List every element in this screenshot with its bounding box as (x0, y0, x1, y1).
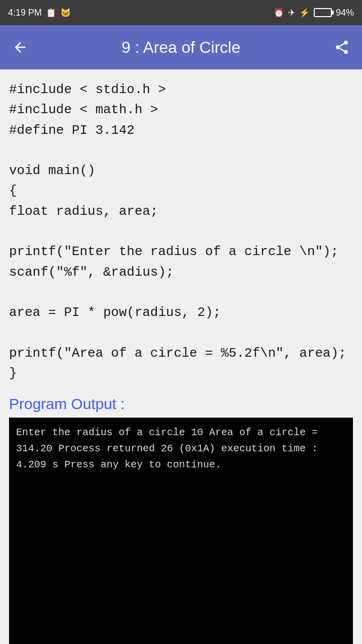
code-block: #include < stdio.h > #include < math.h >… (9, 79, 353, 383)
status-right: ⏰ ✈ ⚡ 94% (274, 8, 354, 18)
back-arrow-icon (12, 39, 28, 55)
status-bar: 4:19 PM 📋 🐱 ⏰ ✈ ⚡ 94% (0, 0, 362, 25)
share-icon (334, 39, 350, 55)
bolt-icon: ⚡ (299, 8, 310, 18)
app-icon: 🐱 (60, 8, 71, 18)
program-output-label: Program Output : (9, 383, 353, 418)
time-display: 4:19 PM (8, 8, 42, 18)
main-content: #include < stdio.h > #include < math.h >… (0, 69, 362, 644)
airplane-icon: ✈ (288, 8, 295, 18)
page-title: 9 : Area of Circle (122, 38, 241, 57)
terminal-text: Enter the radius of a circle 10 Area of … (16, 427, 318, 470)
battery-icon (314, 8, 332, 17)
share-button[interactable] (334, 39, 350, 55)
status-left: 4:19 PM 📋 🐱 (8, 8, 71, 18)
terminal-output: Enter the radius of a circle 10 Area of … (9, 418, 353, 528)
notification-icon: 📋 (46, 8, 56, 18)
alarm-icon: ⏰ (274, 8, 284, 18)
app-bar: 9 : Area of Circle (0, 25, 362, 69)
terminal-bottom-fill (9, 528, 353, 644)
back-button[interactable] (12, 39, 28, 55)
battery-percent: 94% (336, 8, 354, 18)
